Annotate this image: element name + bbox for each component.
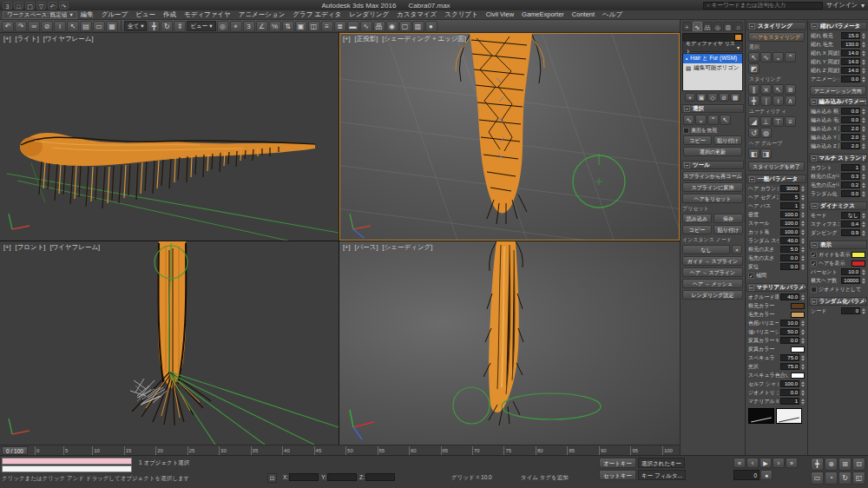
menu-item[interactable]: GameExporter bbox=[522, 10, 564, 19]
tool-button[interactable]: インスタンス ノード bbox=[682, 236, 743, 243]
snap-toggle-3d-icon[interactable]: 3 bbox=[243, 21, 255, 32]
param-value-field[interactable]: 0.3 bbox=[841, 173, 860, 180]
selected-keys-dropdown[interactable]: 選択されたキー bbox=[638, 458, 685, 468]
menu-item[interactable]: Civil View bbox=[486, 10, 514, 19]
select-roots-icon[interactable]: ⌄ bbox=[773, 52, 784, 63]
spinner-arrows[interactable] bbox=[801, 320, 805, 326]
use-pivot-center-icon[interactable]: ◎ bbox=[217, 21, 229, 32]
spinner-snap-icon[interactable]: ⇅ bbox=[282, 21, 294, 32]
utilities-tab[interactable]: ⌂ bbox=[733, 22, 743, 31]
select-tips-icon[interactable]: ⌃ bbox=[785, 52, 796, 63]
param-value-field[interactable]: 130.0 bbox=[841, 41, 860, 48]
tool-button[interactable]: コピー bbox=[682, 225, 712, 234]
viewport-top-right[interactable]: [+] [正投影] [シェーディング + エッジ面] bbox=[339, 33, 680, 241]
param-row[interactable]: ジオメトリ シャドウ 0.0 bbox=[746, 388, 806, 397]
rollout-header[interactable]: − 縮れパラメータ bbox=[809, 22, 867, 30]
param-value-field[interactable]: 0.0 bbox=[841, 76, 860, 82]
spinner-arrows[interactable] bbox=[862, 143, 865, 149]
viewport-bottom-right[interactable]: [+] [パース] [シェーディング] bbox=[339, 241, 680, 445]
undo-quick-icon[interactable]: ↶ bbox=[48, 2, 57, 10]
viewport-canvas-bottom-right[interactable] bbox=[339, 241, 680, 445]
param-row[interactable]: ヘア セグメント 5 bbox=[746, 193, 806, 201]
go-to-start-icon[interactable]: « bbox=[733, 458, 746, 468]
spinner-arrows[interactable] bbox=[801, 338, 805, 344]
rectangular-selection-icon[interactable]: ▭ bbox=[93, 21, 105, 32]
param-value-field[interactable]: 100.0 bbox=[780, 228, 799, 235]
color-swatch[interactable] bbox=[791, 312, 805, 318]
zoom-extents-icon[interactable]: ⊡ bbox=[852, 458, 865, 471]
modifier-stack-row[interactable]: ▤ 編集可能ポリゴン bbox=[683, 63, 742, 73]
spinner-arrows[interactable] bbox=[801, 195, 805, 201]
rollout-header[interactable]: − ランダム化パラメータ bbox=[809, 297, 867, 306]
rollout-header[interactable]: − ダイナミクス bbox=[809, 201, 867, 210]
invert-selection-icon[interactable]: ◩ bbox=[748, 63, 760, 74]
tool-button[interactable]: プリセット bbox=[682, 205, 743, 212]
reference-coordinate-dropdown[interactable]: ビュー▾ bbox=[187, 21, 215, 31]
param-row[interactable]: モード なし bbox=[809, 211, 867, 220]
select-hair-icon[interactable]: ↖ bbox=[720, 115, 731, 125]
angle-snap-icon[interactable]: ∠ bbox=[256, 21, 268, 32]
spinner-arrows[interactable] bbox=[801, 264, 805, 270]
param-value-field[interactable]: 0.0 bbox=[780, 263, 799, 270]
param-value-field[interactable]: 0.0 bbox=[841, 116, 860, 123]
spinner-arrows[interactable] bbox=[862, 42, 865, 48]
select-hairs-icon[interactable]: ↖ bbox=[748, 52, 760, 63]
zoom-icon[interactable]: ⊕ bbox=[825, 458, 838, 471]
checkbox[interactable] bbox=[811, 287, 817, 293]
go-to-end-icon[interactable]: » bbox=[786, 458, 798, 468]
menu-item[interactable]: レンダリング bbox=[349, 10, 389, 19]
color-swatch[interactable] bbox=[852, 260, 865, 267]
param-row[interactable]: 最大ヘア数 10000 bbox=[809, 276, 867, 285]
param-value-field[interactable]: 0 bbox=[841, 307, 860, 314]
param-row[interactable]: ヘア パス 1 bbox=[746, 201, 806, 210]
attenuate-icon[interactable]: ◢ bbox=[748, 116, 760, 127]
param-row[interactable]: 毛先カラー bbox=[746, 310, 806, 319]
select-roots-icon[interactable]: ⌄ bbox=[695, 115, 707, 125]
spinner-arrows[interactable] bbox=[862, 33, 865, 39]
coordinate-field[interactable] bbox=[365, 473, 395, 481]
distance-fade-icon[interactable]: ≋ bbox=[785, 84, 796, 95]
param-row[interactable]: 補間 bbox=[746, 271, 806, 280]
viewport-menu-button[interactable]: [+] bbox=[343, 35, 351, 43]
spinner-arrows[interactable] bbox=[862, 230, 865, 236]
viewport-bottom-left[interactable]: [+] [フロント] [ワイヤフレーム] bbox=[0, 241, 339, 445]
tool-button[interactable]: なし bbox=[682, 245, 730, 254]
color-swatch[interactable] bbox=[791, 373, 805, 379]
motion-tab[interactable]: ◎ bbox=[713, 22, 722, 31]
param-value-field[interactable]: 3000 bbox=[780, 185, 799, 192]
show-end-result-icon[interactable]: ▣ bbox=[696, 93, 707, 102]
tool-button[interactable]: 貼り付け bbox=[713, 225, 743, 234]
set-key-button[interactable]: セットキー bbox=[599, 470, 636, 480]
anim-direction-button[interactable]: アニメーション方向 bbox=[810, 86, 866, 96]
zoom-all-icon[interactable]: ⊞ bbox=[838, 458, 852, 471]
param-row[interactable]: ジオメトリとして bbox=[809, 285, 867, 293]
spinner-arrows[interactable] bbox=[801, 390, 805, 396]
display-tab[interactable]: ▥ bbox=[723, 22, 733, 31]
layer-manager-icon[interactable]: ≣ bbox=[334, 21, 346, 32]
param-row[interactable]: パーセント 10.0 bbox=[809, 267, 867, 276]
material-editor-icon[interactable]: ◉ bbox=[386, 21, 398, 32]
menu-item[interactable]: カスタマイズ bbox=[397, 10, 437, 19]
rollout-header[interactable]: − 編み込みパラメータ bbox=[809, 97, 867, 106]
redo-icon[interactable]: ↷ bbox=[15, 21, 27, 32]
viewport-canvas-top-right[interactable] bbox=[339, 33, 680, 241]
tool-button[interactable]: ヘアをリセット bbox=[682, 194, 743, 203]
param-row[interactable]: 縮れ Y 周波数 14.0 bbox=[809, 57, 867, 66]
maximize-viewport-icon[interactable]: ◱ bbox=[852, 472, 865, 485]
select-and-rotate-icon[interactable]: ↻ bbox=[161, 21, 173, 32]
param-value-field[interactable]: 0.9 bbox=[841, 229, 860, 236]
spinner-arrows[interactable] bbox=[862, 174, 865, 180]
param-row[interactable]: スケール 100.0 bbox=[746, 219, 806, 228]
spinner-arrows[interactable] bbox=[862, 117, 865, 123]
pin-stack-icon[interactable]: ⌖ bbox=[685, 93, 695, 102]
save-file-icon[interactable]: ▽ bbox=[36, 2, 46, 10]
param-row[interactable]: 縮れ 根元 15.0 bbox=[809, 31, 867, 40]
split-hair-group-icon[interactable]: ◧ bbox=[748, 148, 760, 159]
rollout-header[interactable]: − マルチ ストランド bbox=[809, 154, 867, 162]
tool-button[interactable]: 保存 bbox=[713, 214, 743, 223]
spinner-arrows[interactable] bbox=[862, 213, 865, 219]
select-and-move-icon[interactable]: ╋ bbox=[148, 21, 160, 32]
remove-modifier-icon[interactable]: ⊘ bbox=[719, 93, 729, 102]
menu-item[interactable]: グループ bbox=[102, 10, 128, 19]
spinner-arrows[interactable] bbox=[862, 308, 865, 314]
